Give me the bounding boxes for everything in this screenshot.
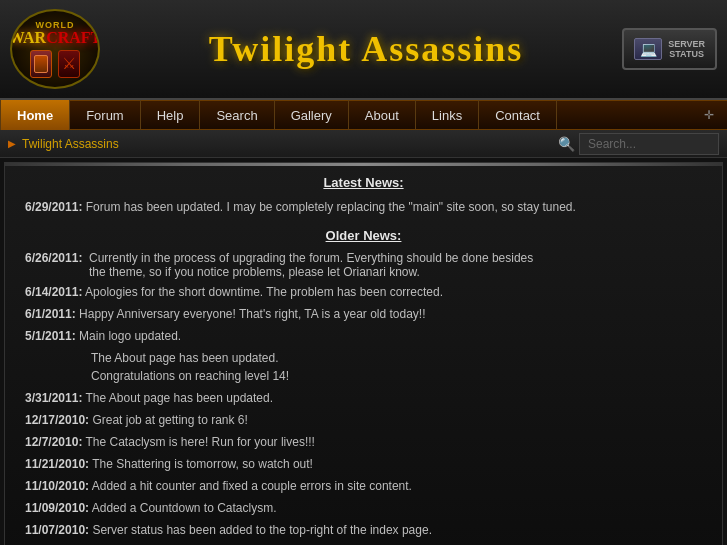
older-news-title: Older News: — [25, 228, 702, 243]
news-date-2: 6/1/2011: — [25, 307, 76, 321]
news-entry-4: 3/31/2011: The About page has been updat… — [25, 389, 702, 407]
news-date-10: 11/07/2010: — [25, 523, 89, 537]
news-extra-3-0: The About page has been updated. — [91, 349, 702, 367]
news-entry-1: 6/14/2011: Apologies for the short downt… — [25, 283, 702, 301]
breadcrumb-link[interactable]: Twilight Assassins — [22, 137, 119, 151]
breadcrumb-bar: ▶ Twilight Assassins 🔍 — [0, 130, 727, 158]
news-entry-3: 5/1/2011: Main logo updated. The About p… — [25, 327, 702, 385]
news-date-4: 3/31/2011: — [25, 391, 82, 405]
nav-item-search[interactable]: Search — [200, 100, 274, 130]
news-entry-5: 12/17/2010: Great job at getting to rank… — [25, 411, 702, 429]
main-content: Latest News: 6/29/2011: Forum has been u… — [4, 162, 723, 545]
page-header: WORLD WARCRAFT ⚔ Twilight Assassins 💻 SE — [0, 0, 727, 100]
latest-news-text: Forum has been updated. I may be complet… — [86, 200, 576, 214]
nav-item-links[interactable]: Links — [416, 100, 479, 130]
news-text-0: Currently in the process of upgrading th… — [89, 251, 533, 279]
logo-area: WORLD WARCRAFT ⚔ — [10, 9, 110, 89]
search-area: 🔍 — [558, 133, 719, 155]
breadcrumb-arrow-icon: ▶ — [8, 138, 16, 149]
latest-news-title: Latest News: — [25, 175, 702, 190]
server-status-text: SERVER STATUS — [668, 39, 705, 59]
server-icon: 💻 — [634, 38, 662, 60]
nav-cross-icon: ✛ — [699, 105, 719, 125]
news-entry-0: 6/26/2011: Currently in the process of u… — [25, 251, 702, 279]
news-text-6: The Cataclysm is here! Run for your live… — [86, 435, 315, 449]
news-extra-3-1: Congratulations on reaching level 14! — [91, 367, 702, 385]
news-text-5: Great job at getting to rank 6! — [92, 413, 247, 427]
news-entry-8: 11/10/2010: Added a hit counter and fixe… — [25, 477, 702, 495]
news-entry-7: 11/21/2010: The Shattering is tomorrow, … — [25, 455, 702, 473]
nav-item-about[interactable]: About — [349, 100, 416, 130]
latest-news-date: 6/29/2011: — [25, 200, 82, 214]
news-text-8: Added a hit counter and fixed a couple e… — [92, 479, 412, 493]
news-text-2: Happy Anniversary everyone! That's right… — [79, 307, 425, 321]
news-date-3: 5/1/2011: — [25, 329, 76, 343]
news-text-1: Apologies for the short downtime. The pr… — [85, 285, 443, 299]
nav-item-forum[interactable]: Forum — [70, 100, 141, 130]
nav-item-home[interactable]: Home — [0, 100, 70, 130]
navigation: Home Forum Help Search Gallery About Lin… — [0, 100, 727, 130]
news-text-3: Main logo updated. — [79, 329, 181, 343]
news-date-7: 11/21/2010: — [25, 457, 89, 471]
search-icon: 🔍 — [558, 136, 575, 152]
news-date-6: 12/7/2010: — [25, 435, 82, 449]
news-text-7: The Shattering is tomorrow, so watch out… — [92, 457, 313, 471]
site-title: Twilight Assassins — [110, 28, 622, 70]
latest-news-entry: 6/29/2011: Forum has been updated. I may… — [25, 198, 702, 216]
older-news-section: Older News: 6/26/2011: Currently in the … — [25, 228, 702, 539]
news-date-9: 11/09/2010: — [25, 501, 89, 515]
nav-item-help[interactable]: Help — [141, 100, 201, 130]
news-date-1: 6/14/2011: — [25, 285, 82, 299]
wow-logo: WORLD WARCRAFT ⚔ — [10, 9, 110, 89]
nav-item-contact[interactable]: Contact — [479, 100, 557, 130]
news-entry-2: 6/1/2011: Happy Anniversary everyone! Th… — [25, 305, 702, 323]
news-text-4: The About page has been updated. — [86, 391, 274, 405]
news-date-0: 6/26/2011: — [25, 251, 85, 279]
nav-item-gallery[interactable]: Gallery — [275, 100, 349, 130]
news-text-9: Added a Countdown to Cataclysm. — [92, 501, 277, 515]
server-status-button[interactable]: 💻 SERVER STATUS — [622, 28, 717, 70]
news-entry-10: 11/07/2010: Server status has been added… — [25, 521, 702, 539]
news-text-10: Server status has been added to the top-… — [92, 523, 432, 537]
news-date-8: 11/10/2010: — [25, 479, 89, 493]
news-entry-9: 11/09/2010: Added a Countdown to Catacly… — [25, 499, 702, 517]
news-date-5: 12/17/2010: — [25, 413, 89, 427]
news-entry-6: 12/7/2010: The Cataclysm is here! Run fo… — [25, 433, 702, 451]
search-input[interactable] — [579, 133, 719, 155]
